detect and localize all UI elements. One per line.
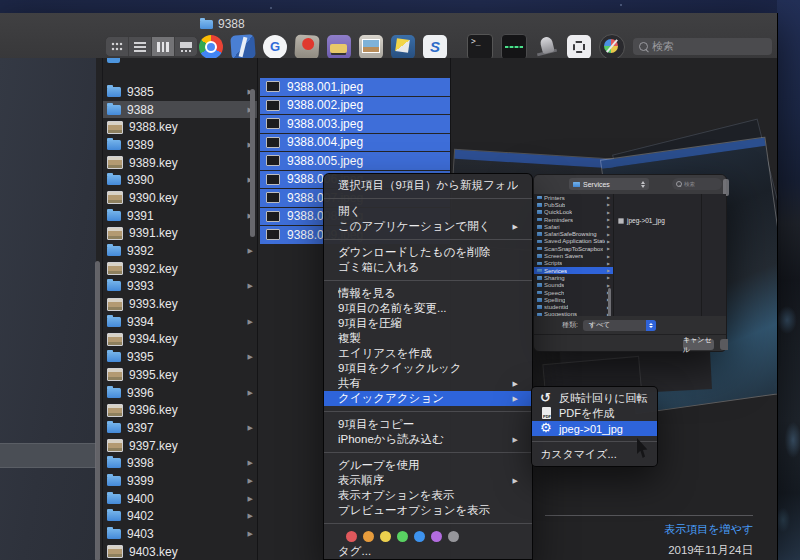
menu-item[interactable]: 情報を見る: [324, 286, 532, 301]
tag-color-dot[interactable]: [431, 531, 442, 542]
kind-dropdown[interactable]: すべて: [583, 320, 656, 331]
menu-item[interactable]: グループを使用: [324, 458, 532, 473]
menu-item[interactable]: 表示順序: [324, 473, 532, 488]
image-viewer-app-icon[interactable]: [359, 35, 383, 59]
cancel-button[interactable]: キャンセル: [683, 339, 714, 350]
g-app-icon[interactable]: [263, 35, 287, 59]
file-list-item[interactable]: 9394: [103, 313, 257, 331]
selected-file-row[interactable]: 9388.001.jpeg: [260, 78, 450, 96]
file-list-item[interactable]: 9390.key: [103, 189, 257, 207]
dialog-folder-row[interactable]: SafariSafeBrowsing: [534, 230, 613, 237]
selected-file-row[interactable]: 9388.002.jpeg: [260, 97, 450, 115]
menu-item[interactable]: このアプリケーションで開く: [324, 219, 532, 234]
dialog-folder-row[interactable]: Scripts: [534, 260, 613, 267]
parent-selected-row[interactable]: [0, 443, 96, 468]
file-list-item[interactable]: 9391: [103, 207, 257, 225]
file-list-item[interactable]: 9400: [103, 490, 257, 508]
dialog-folder-row[interactable]: Screen Savers: [534, 252, 613, 259]
dialog-folder-row[interactable]: QuickLook: [534, 209, 613, 216]
file-list-item[interactable]: 9388: [103, 101, 257, 119]
dialog-folder-row[interactable]: Safari: [534, 223, 613, 230]
dialog-folder-row[interactable]: Spelling: [534, 296, 613, 303]
tag-color-dot[interactable]: [346, 531, 357, 542]
file-list-item[interactable]: 9395.key: [103, 366, 257, 384]
menu-item[interactable]: [324, 518, 532, 529]
tag-color-dot[interactable]: [448, 531, 459, 542]
menu-item[interactable]: iPhoneから読み込む: [324, 432, 532, 447]
s-app-icon[interactable]: [423, 35, 447, 59]
file-list-item[interactable]: 9393: [103, 278, 257, 296]
menu-item[interactable]: [324, 406, 532, 417]
submenu-item[interactable]: jpeg->01_jpg: [532, 421, 657, 436]
selected-file-row[interactable]: 9388.003.jpeg: [260, 115, 450, 133]
chrome-app-icon[interactable]: [199, 35, 223, 59]
menu-item[interactable]: プレビューオプションを表示: [324, 503, 532, 518]
file-list-item[interactable]: 9397: [103, 419, 257, 437]
parent-column-scrollbar[interactable]: [95, 261, 100, 560]
dialog-folder-row[interactable]: Reminders: [534, 216, 613, 223]
file-list-item[interactable]: 9389.key: [103, 154, 257, 172]
folder-dropdown[interactable]: Services: [569, 178, 649, 190]
view-switcher[interactable]: [105, 36, 198, 57]
dialog-folder-row[interactable]: PubSub: [534, 201, 613, 208]
file-list-item[interactable]: 9392.key: [103, 260, 257, 278]
tag-color-dot[interactable]: [363, 531, 374, 542]
truck-app-icon[interactable]: [327, 35, 351, 59]
dialog-search-field[interactable]: 検索: [672, 178, 722, 190]
dialog-folder-row[interactable]: Sharing: [534, 274, 613, 281]
menu-item[interactable]: エイリアスを作成: [324, 346, 532, 361]
menu-item[interactable]: 開く: [324, 204, 532, 219]
file-list-item[interactable]: 9395: [103, 348, 257, 366]
file-list-item[interactable]: 9385: [103, 83, 257, 101]
menu-item[interactable]: [324, 275, 532, 286]
selected-file-row[interactable]: 9388.005.jpeg: [260, 152, 450, 170]
dialog-folder-row[interactable]: ScanSnapToScrapbox: [534, 245, 613, 252]
dialog-file-item[interactable]: jpeg->01_jpg: [618, 217, 665, 224]
dialog-folder-row[interactable]: Printers: [534, 194, 613, 201]
tag-color-dot[interactable]: [414, 531, 425, 542]
dialog-folder-row[interactable]: studentid: [534, 303, 613, 310]
gallery-view-button[interactable]: [175, 37, 197, 56]
dialog-folder-row[interactable]: Saved Application State: [534, 238, 613, 245]
list-view-button[interactable]: [129, 37, 152, 56]
screenshot-app-icon[interactable]: [567, 35, 591, 59]
menu-item[interactable]: ゴミ箱に入れる: [324, 260, 532, 275]
terminal-app-icon[interactable]: [467, 34, 493, 60]
file-list-item[interactable]: 9403.key: [103, 543, 257, 560]
menu-item[interactable]: 9項目を圧縮: [324, 316, 532, 331]
menu-item[interactable]: 9項目をクイックルック: [324, 361, 532, 376]
file-list-item[interactable]: 9396: [103, 384, 257, 402]
file-list-item[interactable]: 9398: [103, 454, 257, 472]
menu-item[interactable]: 複製: [324, 331, 532, 346]
show-more-link[interactable]: 表示項目を増やす: [545, 522, 753, 537]
file-list-item[interactable]: 9396.key: [103, 401, 257, 419]
activity-monitor-app-icon[interactable]: [501, 34, 527, 60]
menu-item[interactable]: [324, 193, 532, 204]
dialog-list-scrollbar[interactable]: [608, 288, 611, 316]
dialog-folder-row[interactable]: Services: [534, 267, 613, 274]
menu-item[interactable]: 選択項目（9項目）から新規フォルダ: [324, 178, 532, 193]
photos-red-app-icon[interactable]: [294, 34, 319, 59]
file-list-item[interactable]: 9389: [103, 136, 257, 154]
desktop-app-icon[interactable]: [391, 35, 415, 59]
partial-button[interactable]: [720, 339, 728, 350]
menu-item-tags[interactable]: タグ...: [324, 544, 532, 559]
file-list-item[interactable]: 9402: [103, 508, 257, 526]
file-list-item[interactable]: 9397.key: [103, 437, 257, 455]
maps-app-icon[interactable]: [230, 34, 256, 60]
file-list-item[interactable]: 9393.key: [103, 295, 257, 313]
search-field[interactable]: 検索: [633, 38, 772, 55]
menu-item[interactable]: 共有: [324, 376, 532, 391]
menu-item[interactable]: [324, 447, 532, 458]
column-view-button[interactable]: [152, 37, 175, 56]
dialog-folder-row[interactable]: Sounds: [534, 282, 613, 289]
tag-color-dot[interactable]: [397, 531, 408, 542]
submenu-item[interactable]: PDFを作成: [532, 406, 657, 421]
file-list-item[interactable]: 9390: [103, 171, 257, 189]
file-list-item[interactable]: 9392: [103, 242, 257, 260]
menu-item[interactable]: クイックアクション: [324, 391, 532, 406]
menu-item[interactable]: 9項目の名前を変更...: [324, 301, 532, 316]
selected-file-row[interactable]: 9388.004.jpeg: [260, 134, 450, 152]
file-list-item[interactable]: 9394.key: [103, 331, 257, 349]
tag-color-dot[interactable]: [380, 531, 391, 542]
